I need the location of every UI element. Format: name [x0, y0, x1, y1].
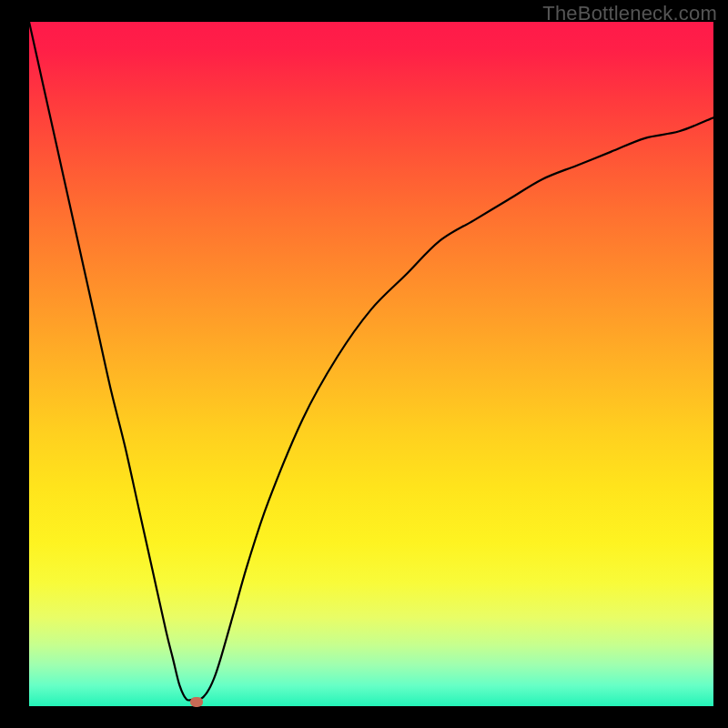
curve-svg	[29, 22, 713, 706]
gradient-plot-area	[29, 22, 713, 706]
optimal-point-dot	[190, 697, 203, 707]
bottleneck-curve	[29, 22, 713, 701]
chart-frame: TheBottleneck.com	[0, 0, 728, 728]
watermark-text: TheBottleneck.com	[542, 2, 717, 25]
